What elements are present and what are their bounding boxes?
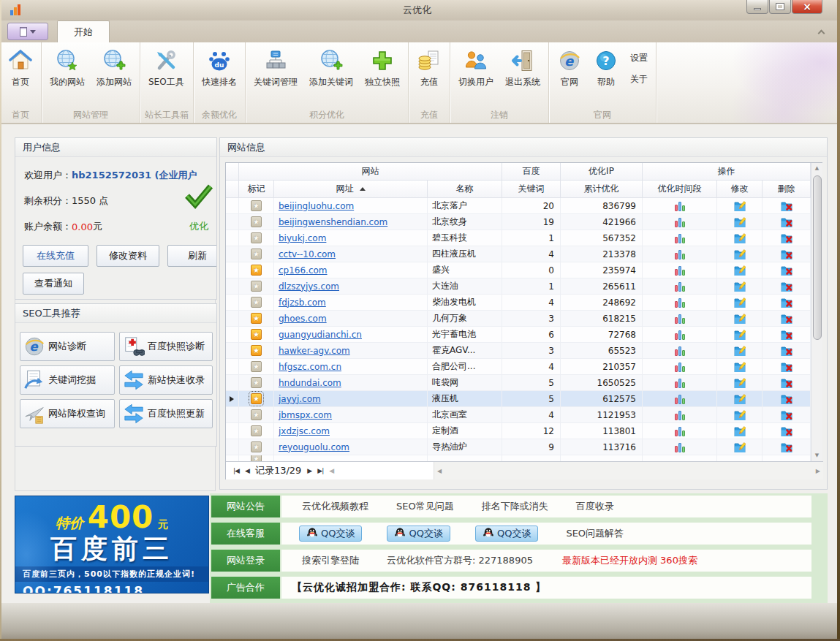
ribbon-button-0[interactable]: 首页 — [2, 45, 39, 108]
delete-icon[interactable] — [781, 378, 792, 388]
chart-bars-icon[interactable] — [675, 297, 685, 308]
seo-tool-button-0[interactable]: e网站诊断 — [20, 332, 115, 361]
scroll-right-icon[interactable]: ▶ — [816, 468, 820, 474]
footer-link[interactable]: SEO问题解答 — [566, 527, 624, 540]
star-icon[interactable]: ★ — [251, 361, 262, 372]
edit-icon[interactable] — [734, 217, 746, 227]
site-url-link[interactable]: cctv--10.com — [279, 249, 336, 259]
scroll-up-icon[interactable]: ▲ — [815, 163, 819, 174]
star-icon[interactable]: ★ — [251, 313, 262, 324]
col-header-url[interactable]: 网址 — [274, 181, 428, 198]
ribbon-small-button[interactable]: 关于 — [630, 73, 648, 86]
edit-icon[interactable] — [734, 314, 746, 324]
edit-icon[interactable] — [734, 346, 746, 356]
footer-qq-group[interactable]: 云优化软件官方群号: 227188905 — [387, 554, 533, 567]
group-header-site[interactable]: 网站 — [239, 163, 502, 181]
star-icon[interactable]: ★ — [251, 249, 262, 259]
footer-link[interactable]: 云优化视频教程 — [302, 500, 368, 513]
chart-bars-icon[interactable] — [675, 362, 685, 372]
ribbon-button-1[interactable]: 添加关键词 — [303, 45, 359, 108]
delete-icon[interactable] — [781, 201, 792, 211]
star-icon[interactable]: ★ — [251, 281, 262, 292]
col-header-name[interactable]: 名称 — [428, 181, 502, 198]
delete-icon[interactable] — [781, 314, 792, 324]
last-page-button[interactable]: ▶| — [317, 467, 323, 474]
footer-link[interactable]: SEO常见问题 — [396, 500, 454, 513]
ribbon-button-0[interactable]: SEO工具 — [143, 45, 190, 108]
site-url-link[interactable]: jayyj.com — [279, 394, 321, 404]
star-icon[interactable]: ★ — [251, 377, 262, 388]
chart-bars-icon[interactable] — [675, 233, 685, 243]
app-menu-button[interactable] — [7, 23, 48, 40]
edit-icon[interactable] — [734, 201, 746, 211]
delete-icon[interactable] — [781, 426, 792, 436]
col-header-mark[interactable]: 标记 — [239, 181, 274, 198]
chart-bars-icon[interactable] — [675, 281, 685, 292]
delete-icon[interactable] — [781, 249, 792, 259]
close-button[interactable]: × — [792, 0, 822, 14]
chart-bars-icon[interactable] — [675, 442, 685, 452]
ribbon-collapse-button[interactable] — [815, 26, 827, 37]
footer-link[interactable]: 百度收录 — [576, 500, 614, 513]
site-url-link[interactable]: cp166.com — [279, 265, 328, 276]
chart-bars-icon[interactable] — [675, 201, 685, 211]
delete-icon[interactable] — [781, 346, 792, 356]
site-url-link[interactable]: hawker-agv.com — [279, 346, 350, 356]
site-url-link[interactable]: jxdzjsc.com — [279, 426, 330, 436]
edit-icon[interactable] — [734, 362, 746, 372]
footer-link[interactable]: 排名下降或消失 — [482, 500, 548, 513]
seo-tool-button-1[interactable]: 百度快照诊断 — [119, 332, 213, 361]
edit-icon[interactable] — [734, 265, 746, 276]
delete-icon[interactable] — [781, 281, 792, 292]
col-header-delete[interactable]: 删除 — [763, 181, 811, 198]
next-page-button[interactable]: ▶ — [307, 467, 311, 474]
ribbon-button-1[interactable]: 添加网站 — [91, 45, 137, 108]
chart-bars-icon[interactable] — [675, 217, 685, 227]
star-icon[interactable]: ★ — [251, 441, 262, 452]
refresh-button[interactable]: 刷新 — [167, 245, 217, 267]
chart-bars-icon[interactable] — [675, 265, 685, 276]
site-url-link[interactable]: guangyudianchi.cn — [279, 330, 362, 340]
pager-left-icon[interactable]: ◀ — [329, 467, 333, 474]
seo-tool-button-5[interactable]: 百度快照更新 — [119, 399, 213, 428]
delete-icon[interactable] — [781, 442, 792, 452]
ribbon-button-1[interactable]: ?帮助 — [588, 45, 624, 108]
site-url-link[interactable]: dlzszyjys.com — [279, 281, 339, 292]
star-icon[interactable]: ★ — [251, 297, 262, 308]
seo-tool-button-4[interactable]: 网站降权查询 — [20, 399, 115, 428]
ribbon-button-1[interactable]: 退出系统 — [499, 45, 546, 108]
seo-tool-button-2[interactable]: 关键词挖掘 — [20, 365, 115, 395]
scroll-down-icon[interactable]: ▼ — [815, 450, 819, 461]
site-url-link[interactable]: hndundai.com — [279, 378, 341, 388]
site-url-link[interactable]: fdjzsb.com — [279, 297, 326, 308]
footer-highlight[interactable]: 最新版本已经开放内测 360搜索 — [562, 554, 697, 567]
star-icon[interactable]: ★ — [251, 345, 262, 356]
chart-bars-icon[interactable] — [675, 410, 685, 420]
online-recharge-button[interactable]: 在线充值 — [23, 245, 88, 267]
edit-icon[interactable] — [734, 281, 746, 292]
edit-icon[interactable] — [734, 394, 746, 404]
col-header-period[interactable]: 优化时间段 — [643, 181, 717, 198]
group-header-baidu[interactable]: 百度 — [502, 163, 561, 181]
delete-icon[interactable] — [781, 297, 792, 308]
ribbon-button-0[interactable]: 我的网站 — [44, 45, 91, 108]
site-url-link[interactable]: reyouguolu.com — [279, 442, 349, 452]
ribbon-button-2[interactable]: 独立快照 — [359, 45, 406, 108]
delete-icon[interactable] — [781, 410, 792, 420]
chart-bars-icon[interactable] — [675, 346, 685, 356]
delete-icon[interactable] — [781, 394, 792, 404]
qq-chat-button[interactable]: QQ交谈 — [387, 526, 450, 542]
star-icon[interactable]: ★ — [251, 216, 262, 227]
star-icon[interactable]: ★ — [251, 409, 262, 420]
star-icon[interactable]: ★ — [251, 455, 262, 461]
ad-banner[interactable]: 特价 400 元 百度前三 百度前三页内，500以下指数的正规企业词! QQ:7… — [15, 496, 209, 593]
maximize-button[interactable] — [769, 0, 791, 14]
titlebar[interactable]: 云优化 × — [0, 0, 840, 20]
edit-icon[interactable] — [734, 249, 746, 259]
star-icon[interactable]: ★ — [251, 200, 262, 211]
site-url-link[interactable]: biyukj.com — [279, 233, 326, 243]
star-icon[interactable]: ★ — [251, 393, 262, 404]
minimize-button[interactable] — [746, 0, 768, 14]
horizontal-scrollbar[interactable]: ◀ ▶ — [434, 462, 823, 479]
group-header-actions[interactable]: 操作 — [643, 163, 811, 181]
